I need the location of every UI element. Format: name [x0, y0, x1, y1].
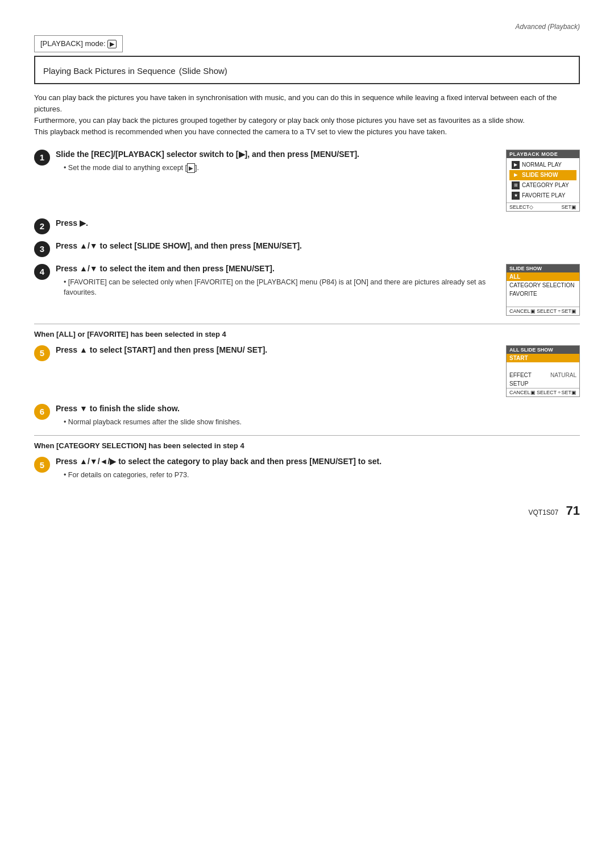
- step-5-category-sub: For details on categories, refer to P73.: [56, 470, 580, 481]
- panel-1-row-favoriteplay: ★ FAVORITE PLAY: [509, 191, 576, 201]
- step-5-category-row: 5 Press ▲/▼/◄/▶ to select the category t…: [34, 456, 580, 481]
- panel-4-row-category: CATEGORY SELECTION: [507, 281, 579, 290]
- playback-icon: ▶: [107, 40, 117, 48]
- page-title-box: Playing Back Pictures in Sequence (Slide…: [34, 56, 580, 84]
- when-category-note: When [CATEGORY SELECTION] has been selec…: [34, 441, 580, 450]
- panel-1-row-normalplay: ▶ NORMAL PLAY: [509, 160, 576, 170]
- step-4-row: 4 Press ▲/▼ to select the item and then …: [34, 263, 580, 316]
- step-2-row: 2 Press ▶.: [34, 217, 580, 234]
- step-4-number: 4: [34, 264, 50, 280]
- slide-icon: ▶: [512, 171, 520, 179]
- panel-5-footer: CANCEL▣ SELECT ÷ SET▣: [507, 388, 579, 396]
- playback-mode-text: [PLAYBACK] mode:: [40, 39, 107, 48]
- step-1-number: 1: [34, 150, 50, 166]
- step-6-number: 6: [34, 404, 50, 420]
- step-4-sub: [FAVORITE] can be selected only when [FA…: [56, 277, 500, 299]
- panel-1-body: ▶ NORMAL PLAY ▶ SLIDE SHOW ⊞ CATEGORY PL…: [507, 158, 579, 202]
- step-1-content: Slide the [REC]/[PLAYBACK] selector swit…: [56, 148, 500, 173]
- film-icon: ▶: [512, 161, 520, 169]
- step-5-all-content: Press ▲ to select [START] and then press…: [56, 344, 500, 356]
- step-3-main: Press ▲/▼ to select [SLIDE SHOW], and th…: [56, 241, 302, 250]
- step-1-row: 1 Slide the [REC]/[PLAYBACK] selector sw…: [34, 148, 580, 212]
- intro-text: You can play back the pictures you have …: [34, 92, 580, 138]
- divider-1: [34, 324, 580, 324]
- panel-4-row-blank: [507, 298, 579, 307]
- step-5-all-number: 5: [34, 345, 50, 361]
- panel-1-row-slideshow: ▶ SLIDE SHOW: [509, 170, 576, 180]
- page-meta-label: Advanced (Playback): [34, 23, 580, 31]
- panel-5-row-setup: SETUP: [507, 379, 579, 388]
- panel-5-row-blank: [507, 362, 579, 371]
- step-1-main: Slide the [REC]/[PLAYBACK] selector swit…: [56, 150, 359, 159]
- cat-icon: ⊞: [512, 181, 520, 189]
- step-2-number: 2: [34, 218, 50, 234]
- panel-4-body: ALL CATEGORY SELECTION FAVORITE: [507, 272, 579, 307]
- screen-panel-1: PLAYBACK MODE ▶ NORMAL PLAY ▶ SLIDE SHOW…: [506, 150, 580, 212]
- panel-5-row-effect: EFFECT NATURAL: [507, 371, 579, 379]
- panel-4-footer: CANCEL▣ SELECT ÷ SET▣: [507, 307, 579, 315]
- step-1-sub: Set the mode dial to anything except [▶]…: [56, 163, 500, 173]
- step-4-main: Press ▲/▼ to select the item and then pr…: [56, 264, 275, 273]
- panel-4-row-all: ALL: [507, 272, 579, 281]
- star-icon: ★: [512, 192, 520, 200]
- divider-2: [34, 435, 580, 436]
- step-3-number: 3: [34, 241, 50, 257]
- panel-1-footer: SELECT◇ SET▣: [507, 202, 579, 211]
- screen-panel-4: SLIDE SHOW ALL CATEGORY SELECTION FAVORI…: [506, 264, 580, 316]
- page-title: Playing Back Pictures in Sequence (Slide…: [43, 63, 571, 77]
- step-5-category-main: Press ▲/▼/◄/▶ to select the category to …: [56, 457, 381, 466]
- panel-5-row-start: START: [507, 354, 579, 362]
- step-5-category-number: 5: [34, 457, 50, 473]
- step-3-row: 3 Press ▲/▼ to select [SLIDE SHOW], and …: [34, 240, 580, 257]
- page-code: VQT1S07: [528, 509, 558, 516]
- page-number: 71: [566, 503, 580, 518]
- panel-5-title: ALL SLIDE SHOW: [507, 346, 579, 354]
- step-2-main: Press ▶.: [56, 218, 88, 228]
- step-5-all-left: 5 Press ▲ to select [START] and then pre…: [34, 344, 500, 361]
- step-6-content: Press ▼ to finish the slide show. Normal…: [56, 403, 580, 428]
- when-all-note: When [ALL] or [FAVORITE] has been select…: [34, 330, 580, 338]
- panel-4-title: SLIDE SHOW: [507, 264, 579, 272]
- panel-1-row-categoryplay: ⊞ CATEGORY PLAY: [509, 180, 576, 191]
- screen-panel-5: ALL SLIDE SHOW START EFFECT NATURAL SETU…: [506, 345, 580, 397]
- step-6-sub: Normal playback resumes after the slide …: [56, 417, 580, 428]
- step-4-content: Press ▲/▼ to select the item and then pr…: [56, 263, 500, 299]
- step-6-main: Press ▼ to finish the slide show.: [56, 404, 180, 413]
- step-6-row: 6 Press ▼ to finish the slide show. Norm…: [34, 403, 580, 428]
- step-5-all-row: 5 Press ▲ to select [START] and then pre…: [34, 344, 580, 397]
- step-3-content: Press ▲/▼ to select [SLIDE SHOW], and th…: [56, 240, 580, 252]
- playback-mode-bar: [PLAYBACK] mode: ▶: [34, 35, 123, 52]
- page-footer: VQT1S07 71: [34, 503, 580, 518]
- step-2-content: Press ▶.: [56, 217, 580, 229]
- panel-1-title: PLAYBACK MODE: [507, 150, 579, 158]
- step-1-left: 1 Slide the [REC]/[PLAYBACK] selector sw…: [34, 148, 500, 173]
- step-5-category-content: Press ▲/▼/◄/▶ to select the category to …: [56, 456, 580, 481]
- step-5-all-main: Press ▲ to select [START] and then press…: [56, 345, 267, 354]
- panel-4-row-favorite: FAVORITE: [507, 290, 579, 298]
- step-4-left: 4 Press ▲/▼ to select the item and then …: [34, 263, 500, 299]
